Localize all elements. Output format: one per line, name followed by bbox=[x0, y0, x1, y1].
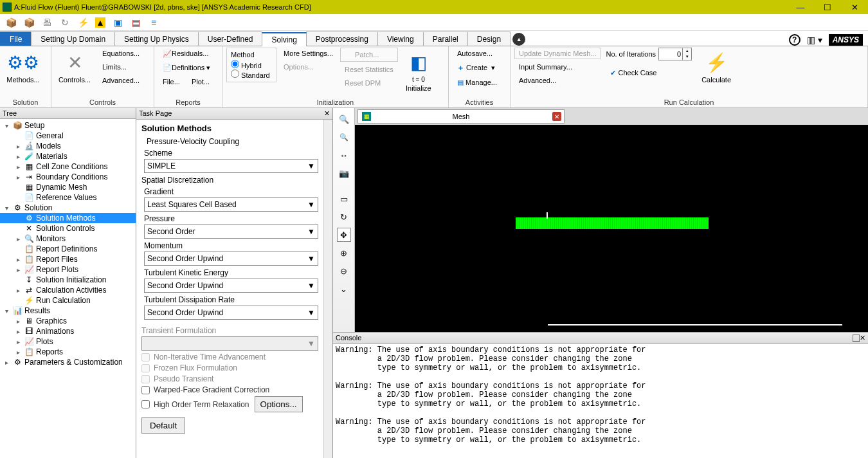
print-icon[interactable]: 🖶 bbox=[41, 17, 53, 28]
iterations-spinner[interactable]: ▴▾ bbox=[658, 48, 692, 60]
tree-item[interactable]: ▸🔬Models bbox=[0, 141, 136, 151]
task-scrollbar[interactable] bbox=[323, 120, 332, 458]
standard-radio[interactable]: Standard bbox=[231, 69, 272, 79]
tree-item[interactable]: ▸📈Plots bbox=[0, 336, 136, 347]
warped-checkbox[interactable]: Warped-Face Gradient Correction bbox=[141, 385, 318, 394]
limits-button[interactable]: Limits... bbox=[98, 61, 144, 73]
tab-viewing[interactable]: Viewing bbox=[377, 32, 424, 46]
tdr-select[interactable]: Second Order Upwind▼ bbox=[144, 306, 318, 320]
tree-item[interactable]: ▦Dynamic Mesh bbox=[0, 182, 136, 192]
tab-file[interactable]: File bbox=[0, 32, 32, 46]
tree-item[interactable]: ▸🧪Materials bbox=[0, 151, 136, 161]
highorder-checkbox[interactable]: High Order Term Relaxation bbox=[141, 400, 249, 409]
autosave-button[interactable]: Autosave... bbox=[453, 48, 502, 59]
create-button[interactable]: ＋ Create ▾ bbox=[453, 61, 502, 75]
hybrid-radio[interactable]: Hybrid bbox=[231, 60, 272, 69]
layout-icon[interactable]: ▥ ▾ bbox=[807, 35, 822, 45]
definitions-button[interactable]: 📄Definitions ▾ bbox=[158, 62, 215, 74]
momentum-select[interactable]: Second Order Upwind▼ bbox=[144, 252, 318, 266]
methods-button[interactable]: ⚙⚙ Methods... bbox=[4, 48, 42, 84]
mesh-tab-close-icon[interactable]: ✕ bbox=[552, 112, 561, 121]
fit-icon[interactable]: ↔ bbox=[337, 148, 351, 162]
residuals-button[interactable]: 📈Residuals... bbox=[158, 48, 215, 60]
advanced-button[interactable]: Advanced... bbox=[98, 75, 144, 86]
tree-item[interactable]: ▾📊Results bbox=[0, 306, 136, 316]
tree-item[interactable]: 📄General bbox=[0, 131, 136, 141]
tab-domain[interactable]: Setting Up Domain bbox=[31, 32, 115, 46]
tree-twisty-icon[interactable]: ▸ bbox=[14, 174, 22, 181]
tree-item[interactable]: ▸🖥Graphics bbox=[0, 316, 136, 326]
tree-twisty-icon[interactable]: ▸ bbox=[14, 328, 22, 335]
tree-item[interactable]: ▸📈Report Plots bbox=[0, 264, 136, 275]
graphics-canvas[interactable] bbox=[355, 125, 868, 332]
ho-options-button[interactable]: Options... bbox=[255, 396, 303, 412]
tree-twisty-icon[interactable]: ▸ bbox=[14, 349, 22, 356]
controls-button[interactable]: ✕ Controls... bbox=[55, 48, 94, 84]
maximize-button[interactable]: ☐ bbox=[814, 0, 841, 14]
tree-item[interactable]: ⚙Solution Methods bbox=[0, 213, 136, 223]
task-close-icon[interactable]: ✕ bbox=[324, 109, 330, 118]
tree-twisty-icon[interactable]: ▾ bbox=[3, 122, 10, 129]
zoom-out-icon[interactable]: 🔍 bbox=[337, 130, 351, 144]
iterations-input[interactable] bbox=[659, 50, 682, 58]
tree-item[interactable]: ▸🔍Monitors bbox=[0, 234, 136, 244]
tree-item[interactable]: ⚡Run Calculation bbox=[0, 295, 136, 306]
tree-item[interactable]: 📄Reference Values bbox=[0, 192, 136, 203]
runcalc-advanced-button[interactable]: Advanced... bbox=[514, 75, 601, 86]
tree-item[interactable]: ✕Solution Controls bbox=[0, 223, 136, 234]
zoom-in-icon[interactable]: 🔍 bbox=[337, 112, 351, 126]
scheme-select[interactable]: SIMPLE▼ bbox=[144, 159, 318, 173]
tool1-icon[interactable]: ▣ bbox=[112, 17, 123, 28]
calculate-button[interactable]: ⚡ Calculate bbox=[697, 48, 736, 84]
tool2-icon[interactable]: ▤ bbox=[130, 17, 141, 28]
tree-twisty-icon[interactable]: ▸ bbox=[14, 163, 22, 170]
camera-icon[interactable]: 📷 bbox=[337, 166, 351, 180]
zoom-box-icon[interactable]: ⊕ bbox=[337, 246, 351, 260]
tree-twisty-icon[interactable]: ▸ bbox=[14, 143, 22, 150]
pan-icon[interactable]: ✥ bbox=[337, 228, 351, 242]
tree-item[interactable]: ▸⚙Parameters & Customization bbox=[0, 357, 136, 367]
tool3-icon[interactable]: ≡ bbox=[148, 17, 159, 28]
equations-button[interactable]: Equations... bbox=[98, 48, 144, 59]
save-icon[interactable]: 📦 bbox=[23, 17, 35, 28]
more-tools-icon[interactable]: ⌄ bbox=[337, 282, 351, 296]
warning-icon[interactable]: ▲ bbox=[95, 17, 105, 28]
tke-select[interactable]: Second Order Upwind▼ bbox=[144, 279, 318, 293]
gradient-select[interactable]: Least Squares Cell Based▼ bbox=[144, 197, 318, 212]
console-output[interactable]: Warning: The use of axis boundary condit… bbox=[333, 344, 868, 458]
tree-twisty-icon[interactable]: ▾ bbox=[3, 205, 10, 212]
tree-item[interactable]: ▸▦Cell Zone Conditions bbox=[0, 161, 136, 172]
tree-item[interactable]: ▸⇥Boundary Conditions bbox=[0, 172, 136, 182]
tree-item[interactable]: ▾⚙Solution bbox=[0, 203, 136, 213]
collapse-ribbon-icon[interactable]: ▲ bbox=[512, 33, 525, 46]
open-icon[interactable]: 📦 bbox=[5, 17, 17, 28]
outline-tree[interactable]: ▾📦Setup📄General▸🔬Models▸🧪Materials▸▦Cell… bbox=[0, 119, 136, 458]
tab-parallel[interactable]: Parallel bbox=[423, 32, 468, 46]
tab-physics[interactable]: Setting Up Physics bbox=[114, 32, 199, 46]
tree-item[interactable]: 📋Report Definitions bbox=[0, 244, 136, 254]
tab-postprocessing[interactable]: Postprocessing bbox=[306, 32, 378, 46]
select-icon[interactable]: ▭ bbox=[337, 192, 351, 206]
tree-twisty-icon[interactable]: ▸ bbox=[3, 359, 10, 366]
input-summary-button[interactable]: Input Summary... bbox=[514, 61, 601, 73]
default-button[interactable]: Default bbox=[141, 417, 185, 434]
tab-solving[interactable]: Solving bbox=[262, 32, 306, 46]
tree-twisty-icon[interactable]: ▸ bbox=[14, 318, 22, 325]
close-button[interactable]: ✕ bbox=[841, 0, 868, 14]
pressure-select[interactable]: Second Order▼ bbox=[144, 224, 318, 239]
tree-item[interactable]: ▾📦Setup bbox=[0, 120, 136, 131]
tree-twisty-icon[interactable]: ▾ bbox=[3, 307, 10, 315]
initialize-button[interactable]: ◧ t = 0 Initialize bbox=[401, 48, 437, 92]
tree-twisty-icon[interactable]: ▸ bbox=[14, 153, 22, 160]
rotate-icon[interactable]: ↻ bbox=[337, 210, 351, 224]
tree-twisty-icon[interactable]: ▸ bbox=[14, 235, 22, 243]
tree-item[interactable]: ▸📋Report Files bbox=[0, 254, 136, 264]
tree-twisty-icon[interactable]: ▸ bbox=[14, 338, 22, 345]
more-settings-button[interactable]: More Settings... bbox=[279, 48, 338, 59]
bolt-icon[interactable]: ⚡ bbox=[77, 17, 89, 28]
tree-twisty-icon[interactable]: ▸ bbox=[14, 266, 22, 273]
tree-item[interactable]: ▸🎞Animations bbox=[0, 326, 136, 336]
minimize-button[interactable]: — bbox=[787, 0, 814, 14]
zoom-window-icon[interactable]: ⊖ bbox=[337, 264, 351, 278]
refresh-icon[interactable]: ↻ bbox=[59, 17, 71, 28]
